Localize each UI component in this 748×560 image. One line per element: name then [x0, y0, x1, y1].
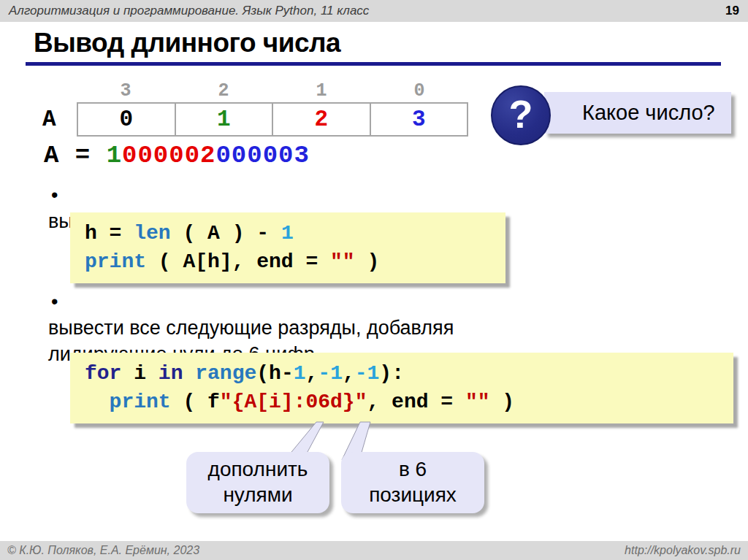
header-bar: Алгоритмизация и программирование. Язык …	[0, 0, 748, 22]
code-token: range	[195, 362, 256, 385]
code-token	[183, 362, 195, 385]
code-token: ( f	[171, 391, 220, 413]
callout-text: позициях	[341, 482, 484, 507]
callout-pad-zeros: дополнить нулями	[186, 452, 329, 513]
code-token: len	[134, 222, 170, 245]
array-label: A	[42, 107, 56, 132]
array-table: 0 1 2 3	[77, 102, 468, 137]
code-line: print ( f"{A[i]:06d}", end = "" )	[85, 388, 733, 416]
number-segment: 1	[107, 142, 122, 169]
number-line: A = 1000002000003	[44, 142, 310, 169]
callout-text: дополнить	[186, 456, 329, 482]
code-token: for	[85, 362, 121, 385]
array-index: 2	[175, 80, 272, 101]
slide: Алгоритмизация и программирование. Язык …	[0, 0, 748, 560]
number-line-prefix: A =	[44, 142, 107, 169]
code-token: ""	[330, 250, 355, 273]
code-token: -1	[355, 362, 380, 385]
code-token: "{A[i]:06d}"	[220, 391, 367, 413]
code-token: )	[490, 391, 515, 413]
callout-six-positions: в 6 позициях	[341, 452, 484, 513]
code-token: ""	[465, 391, 490, 413]
array-index: 0	[370, 80, 468, 101]
code-token: print	[110, 391, 171, 413]
code-line: for i in range(h-1,-1,-1):	[85, 359, 733, 388]
question-box: Какое число?	[544, 92, 731, 134]
array-index: 3	[77, 80, 175, 101]
code-token: 1	[281, 222, 294, 245]
code-token: , end =	[367, 391, 465, 413]
code-token: ( A ) -	[171, 222, 281, 245]
bullet-text: вывести все следующие разряды, добавляя	[48, 315, 454, 341]
code-token: ( A[h], end =	[146, 250, 330, 273]
code-block-loop: for i in range(h-1,-1,-1): print ( f"{A[…	[70, 353, 733, 423]
code-token: print	[85, 250, 146, 273]
code-token: (h-	[256, 362, 293, 385]
code-token: -1	[318, 362, 343, 385]
code-token: ,	[343, 362, 355, 385]
page-number: 19	[725, 4, 739, 18]
code-line: print ( A[h], end = "" )	[85, 248, 505, 276]
code-token: ):	[379, 362, 404, 385]
question-mark-icon: ?	[491, 85, 551, 145]
callout-text: нулями	[186, 482, 329, 507]
array-cell: 0	[78, 104, 176, 135]
code-token	[85, 391, 110, 413]
footer-bar: © К.Ю. Поляков, Е.А. Ерёмин, 2023 http:/…	[0, 541, 748, 560]
copyright-text: © К.Ю. Поляков, Е.А. Ерёмин, 2023	[7, 544, 199, 557]
array-cell: 1	[176, 104, 274, 135]
website-link[interactable]: http://kpolyakov.spb.ru	[625, 544, 741, 557]
array-cell: 2	[273, 104, 371, 135]
bullet-marker: •	[51, 182, 58, 208]
code-line: h = len ( A ) - 1	[85, 219, 505, 248]
number-segment: 000003	[215, 142, 309, 169]
callout-text: в 6	[341, 456, 484, 482]
course-title: Алгоритмизация и программирование. Язык …	[9, 4, 369, 18]
bullet-marker: •	[51, 288, 58, 315]
code-token: h =	[85, 222, 134, 245]
code-token: )	[355, 250, 380, 273]
title-underline	[26, 62, 721, 66]
code-token: in	[159, 362, 183, 385]
code-block-first-digit: h = len ( A ) - 1 print ( A[h], end = ""…	[70, 212, 505, 283]
code-token: i	[121, 362, 158, 385]
array-index: 1	[272, 80, 370, 101]
page-title: Вывод длинного числа	[34, 28, 340, 58]
array-cell: 3	[371, 104, 468, 135]
code-token: 1	[294, 362, 306, 385]
code-token: ,	[306, 362, 318, 385]
number-segment: 000002	[122, 142, 215, 169]
